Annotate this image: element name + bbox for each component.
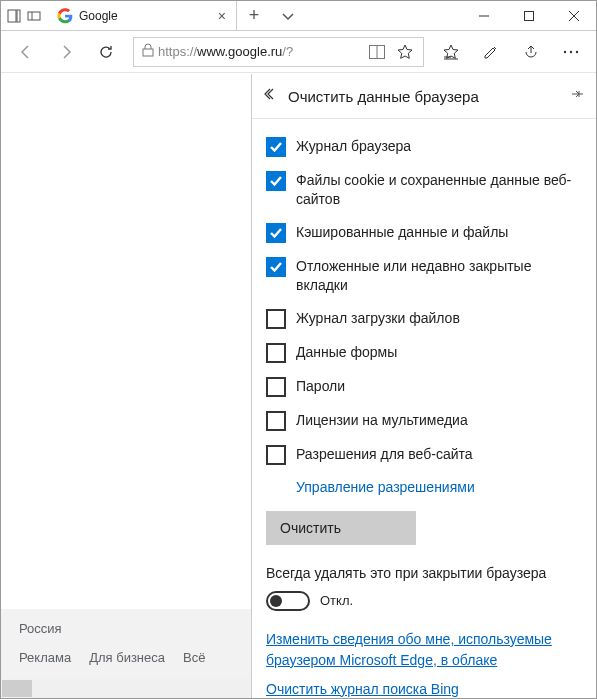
checkbox-label: Разрешения для веб-сайта (296, 445, 473, 464)
footer-link-ads[interactable]: Реклама (19, 650, 71, 665)
svg-point-15 (576, 50, 578, 52)
panel-back-icon[interactable] (264, 87, 278, 105)
checkbox[interactable] (266, 343, 286, 363)
checkbox-label: Файлы cookie и сохраненные данные веб-са… (296, 171, 582, 209)
checkbox[interactable] (266, 309, 286, 329)
tab-title: Google (79, 9, 212, 23)
manage-permissions-link[interactable]: Управление разрешениями (296, 479, 582, 495)
more-menu-icon[interactable] (552, 33, 590, 71)
reading-view-icon[interactable] (363, 45, 391, 59)
checkbox-row: Лицензии на мультимедиа (266, 411, 582, 431)
checkbox-label: Кэшированные данные и файлы (296, 223, 508, 242)
checkbox[interactable] (266, 171, 286, 191)
edit-cloud-info-link[interactable]: Изменить сведения обо мне, используемые … (266, 629, 582, 671)
back-button[interactable] (7, 33, 45, 71)
tab-tools-icon[interactable] (271, 1, 305, 30)
favorites-hub-icon[interactable] (432, 33, 470, 71)
svg-rect-2 (28, 12, 40, 20)
new-tab-button[interactable]: + (237, 1, 271, 30)
tab-close-icon[interactable]: × (218, 8, 226, 24)
pin-icon[interactable] (570, 87, 584, 105)
window-minimize-button[interactable] (461, 1, 506, 30)
always-delete-toggle[interactable] (266, 591, 310, 611)
checkbox-row: Файлы cookie и сохраненные данные веб-са… (266, 171, 582, 209)
toggle-state-label: Откл. (320, 593, 353, 608)
share-icon[interactable] (512, 33, 550, 71)
svg-point-13 (564, 50, 566, 52)
checkbox[interactable] (266, 223, 286, 243)
footer-link-business[interactable]: Для бизнеса (89, 650, 165, 665)
footer-link-about[interactable]: Всё (183, 650, 205, 665)
checkbox-label: Журнал браузера (296, 137, 411, 156)
window-close-button[interactable] (551, 1, 596, 30)
browser-tab[interactable]: Google × (47, 1, 237, 30)
checkbox-label: Отложенные или недавно закрытые вкладки (296, 257, 582, 295)
checkbox-label: Журнал загрузки файлов (296, 309, 460, 328)
panel-title: Очистить данные браузера (288, 88, 570, 105)
address-bar[interactable]: https://www.google.ru/? (133, 37, 424, 67)
checkbox-row: Разрешения для веб-сайта (266, 445, 582, 465)
url-text: https://www.google.ru/? (158, 44, 363, 59)
checkbox-row: Журнал загрузки файлов (266, 309, 582, 329)
lock-icon (142, 43, 154, 61)
checkbox[interactable] (266, 137, 286, 157)
scrollbar-thumb[interactable] (2, 680, 32, 697)
notes-icon[interactable] (472, 33, 510, 71)
forward-button[interactable] (47, 33, 85, 71)
window-titlebar: Google × + (1, 1, 596, 31)
toggle-row: Откл. (266, 591, 582, 611)
clear-data-panel: Очистить данные браузера Журнал браузера… (251, 74, 596, 698)
svg-rect-5 (524, 11, 533, 20)
clear-bing-history-link[interactable]: Очистить журнал поиска Bing (266, 681, 582, 697)
svg-rect-1 (17, 10, 20, 22)
checkbox[interactable] (266, 445, 286, 465)
checkbox-row: Кэшированные данные и файлы (266, 223, 582, 243)
svg-rect-0 (8, 10, 16, 22)
checkbox[interactable] (266, 257, 286, 277)
tabs-preview-icon[interactable] (27, 9, 41, 23)
checkbox-row: Данные формы (266, 343, 582, 363)
checkbox[interactable] (266, 411, 286, 431)
panel-header: Очистить данные браузера (252, 74, 596, 119)
clear-button[interactable]: Очистить (266, 511, 416, 545)
checkbox-label: Пароли (296, 377, 345, 396)
favorite-star-icon[interactable] (391, 44, 419, 60)
browser-toolbar: https://www.google.ru/? (1, 31, 596, 73)
svg-rect-8 (143, 49, 153, 56)
always-delete-label: Всегда удалять это при закрытии браузера (266, 565, 582, 581)
checkbox-label: Данные формы (296, 343, 397, 362)
checkbox-row: Пароли (266, 377, 582, 397)
checkbox-row: Журнал браузера (266, 137, 582, 157)
google-favicon-icon (57, 8, 73, 24)
svg-point-14 (570, 50, 572, 52)
window-maximize-button[interactable] (506, 1, 551, 30)
refresh-button[interactable] (87, 33, 125, 71)
checkbox-row: Отложенные или недавно закрытые вкладки (266, 257, 582, 295)
checkbox-label: Лицензии на мультимедиа (296, 411, 468, 430)
checkbox[interactable] (266, 377, 286, 397)
tabs-aside-icon[interactable] (7, 9, 21, 23)
